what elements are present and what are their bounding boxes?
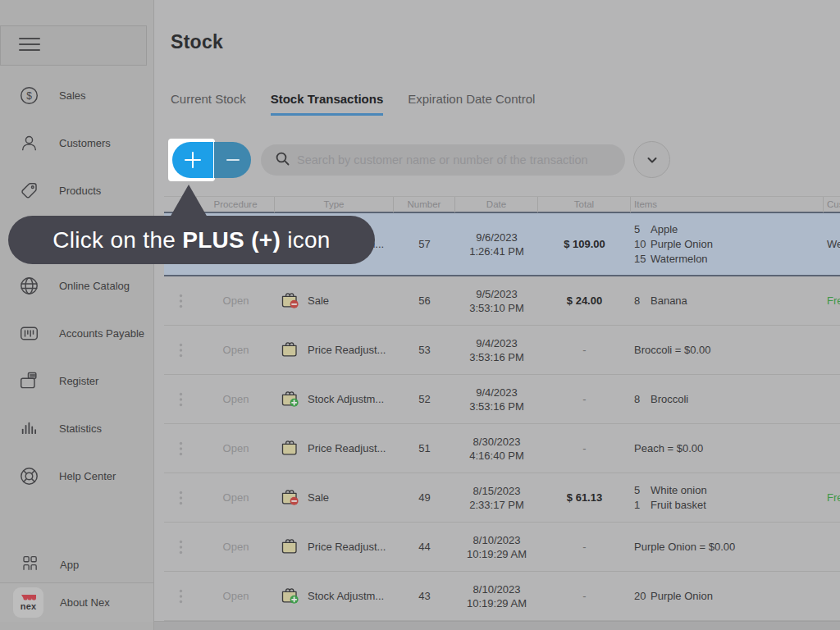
products-icon — [18, 180, 39, 201]
transaction-total: - — [538, 442, 631, 454]
date-value: 8/15/2023 — [455, 484, 538, 498]
svg-text:$: $ — [26, 89, 32, 101]
row-drag-handle[interactable] — [164, 540, 197, 555]
time-value: 1:26:41 PM — [455, 244, 538, 258]
transaction-row[interactable]: Open Price Readjust...448/10/202310:19:2… — [164, 523, 840, 572]
transaction-items: 5White onion1Fruit basket — [631, 475, 824, 521]
time-value: 3:53:16 PM — [455, 350, 538, 364]
transaction-date: 9/5/20233:53:10 PM — [455, 287, 538, 315]
chevron-down-icon — [645, 153, 660, 167]
sidebar-item-label: Accounts Payable — [59, 327, 144, 340]
item-line: 1Fruit basket — [634, 498, 824, 513]
app-icon — [21, 554, 39, 576]
sidebar-item-help-center[interactable]: Help Center — [0, 452, 153, 500]
transaction-row[interactable]: Open Price Readjust...539/4/20233:53:16 … — [164, 326, 840, 375]
tooltip-arrow — [170, 185, 208, 217]
package-icon — [280, 340, 299, 358]
open-link[interactable]: Open — [197, 442, 275, 454]
kebab-menu-icon — [179, 441, 183, 456]
transaction-date: 8/30/20234:16:40 PM — [455, 435, 538, 463]
menu-toggle-button[interactable] — [0, 25, 147, 66]
sidebar-item-about-nex[interactable]: nex About Nex — [0, 582, 153, 622]
sidebar-item-accounts-payable[interactable]: Accounts Payable — [0, 309, 153, 357]
sidebar-item-label: Register — [59, 375, 98, 387]
transaction-row[interactable]: Open Stock Adjustm...438/10/202310:19:29… — [164, 572, 840, 621]
kebab-menu-icon — [179, 540, 183, 555]
open-link[interactable]: Open — [197, 393, 275, 405]
sidebar-item-products[interactable]: Products — [0, 167, 153, 214]
sidebar-item-label: Products — [59, 185, 101, 197]
transaction-date: 9/4/20233:53:16 PM — [455, 336, 538, 364]
column-header-date: Date — [455, 197, 538, 212]
transaction-items: Peach = $0.00 — [631, 433, 824, 464]
sidebar-item-online-catalog[interactable]: Online Catalog — [0, 262, 153, 309]
open-link[interactable]: Open — [197, 590, 275, 602]
open-link[interactable]: Open — [197, 344, 275, 356]
expand-filters-button[interactable] — [633, 141, 670, 178]
search-input[interactable] — [297, 153, 614, 167]
sidebar-item-app[interactable]: App — [0, 546, 153, 582]
time-value: 10:19:29 AM — [455, 596, 538, 610]
open-link[interactable]: Open — [197, 541, 275, 553]
tab-stock-transactions[interactable]: Stock Transactions — [271, 92, 384, 116]
search-icon — [276, 152, 290, 169]
table-header: ProcedureTypeNumberDateTotalItemsCustome… — [164, 196, 840, 212]
open-link[interactable]: Open — [197, 491, 275, 504]
date-value: 8/10/2023 — [455, 582, 538, 596]
transaction-date: 8/15/20232:33:17 PM — [455, 484, 538, 512]
transaction-date: 9/6/20231:26:41 PM — [455, 231, 538, 258]
row-drag-handle[interactable] — [164, 589, 197, 604]
transaction-number: 44 — [394, 541, 455, 553]
sidebar-item-label: Statistics — [59, 422, 102, 435]
row-drag-handle[interactable] — [164, 491, 197, 505]
transaction-row[interactable]: Open Stock Adjustm...529/4/20233:53:16 P… — [164, 375, 840, 424]
tab-current-stock[interactable]: Current Stock — [171, 92, 246, 116]
type-icon-wrap — [280, 586, 299, 606]
date-value: 9/5/2023 — [455, 287, 538, 301]
sidebar-item-sales[interactable]: $Sales — [0, 71, 153, 119]
package-icon — [280, 536, 299, 555]
column-header-number: Number — [394, 197, 455, 212]
column-header-customer: Customer — [824, 197, 840, 212]
transaction-type: Price Readjust... — [275, 536, 394, 557]
row-drag-handle[interactable] — [164, 294, 197, 308]
tab-expiration-date-control[interactable]: Expiration Date Control — [408, 92, 535, 116]
item-line: 8Banana — [634, 294, 824, 308]
type-label: Price Readjust... — [308, 442, 386, 454]
type-label: Sale — [308, 491, 329, 504]
transaction-row[interactable]: Open Sale498/15/20232:33:17 PM$ 61.135Wh… — [164, 473, 840, 523]
transaction-total: - — [538, 541, 631, 553]
transaction-row[interactable]: Open Price Readjust...518/30/20234:16:40… — [164, 424, 840, 473]
row-drag-handle[interactable] — [164, 441, 197, 456]
tooltip-text-bold: PLUS (+) — [182, 227, 281, 253]
add-transaction-button[interactable] — [172, 142, 213, 178]
app-window: $SalesCustomersProductsOnline CatalogAcc… — [0, 0, 840, 630]
transaction-number: 49 — [394, 491, 455, 504]
kebab-menu-icon — [179, 392, 183, 407]
sidebar-item-statistics[interactable]: Statistics — [0, 404, 153, 452]
hamburger-icon — [19, 37, 40, 55]
tabs: Current StockStock TransactionsExpiratio… — [171, 92, 535, 116]
sidebar-item-register[interactable]: Register — [0, 357, 153, 404]
open-link[interactable]: Open — [197, 294, 275, 307]
transaction-type: Stock Adjustm... — [275, 586, 394, 606]
row-drag-handle[interactable] — [164, 392, 197, 407]
time-value: 2:33:17 PM — [455, 498, 538, 512]
item-line: 8Broccoli — [634, 392, 824, 407]
date-value: 9/4/2023 — [455, 336, 538, 350]
item-line: 20Purple Onion — [634, 589, 824, 604]
horizontal-scrollbar[interactable] — [154, 621, 840, 630]
table-body: Open Stock Adjustm...579/6/20231:26:41 P… — [164, 212, 840, 621]
transaction-row[interactable]: Open Sale569/5/20233:53:10 PM$ 24.008Ban… — [164, 276, 840, 326]
item-line: 5Apple — [634, 222, 824, 237]
row-drag-handle[interactable] — [164, 343, 197, 358]
transaction-number: 51 — [394, 442, 455, 454]
transaction-type: Sale — [275, 487, 394, 508]
package-icon — [280, 389, 299, 407]
package-icon — [280, 487, 299, 505]
transaction-total: $ 61.13 — [538, 491, 631, 504]
type-label: Price Readjust... — [308, 344, 386, 356]
online-catalog-icon — [18, 275, 39, 296]
sidebar-item-customers[interactable]: Customers — [0, 119, 153, 167]
remove-transaction-button[interactable] — [214, 142, 251, 178]
